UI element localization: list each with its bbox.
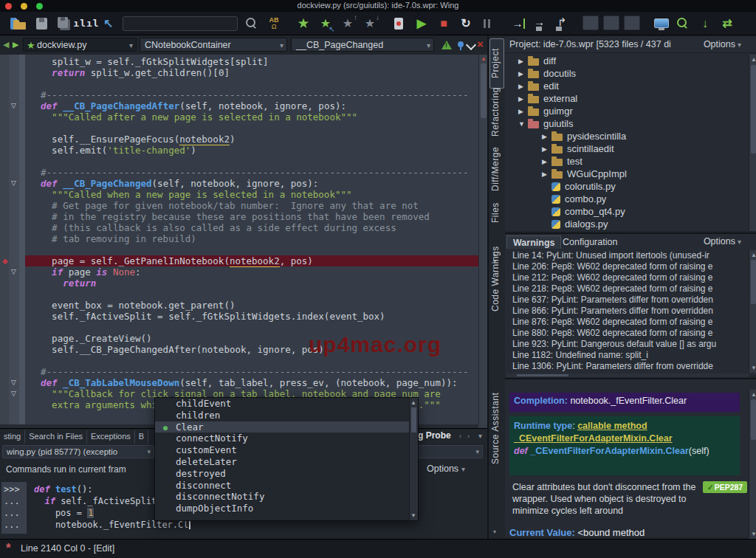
bookmark-select-icon[interactable] xyxy=(317,16,334,32)
warning-item[interactable]: Line 218: Pep8: W602 deprecated form of … xyxy=(506,283,749,294)
warning-item[interactable]: Line 866: PyLint: Parameters differ from… xyxy=(506,306,749,317)
code-line[interactable]: return split_w.get_children()[0] xyxy=(25,67,478,78)
collapsed-arrow-icon[interactable]: ▶ xyxy=(518,58,528,65)
completion-item[interactable]: children xyxy=(155,410,418,421)
chevron-down-icon[interactable] xyxy=(478,432,482,440)
process-combo[interactable]: wing.py (pid 85777) (exceptio xyxy=(2,445,154,458)
tree-item[interactable]: colorutils.py xyxy=(505,180,749,193)
tab-scroll-right-icon[interactable]: › xyxy=(467,433,470,440)
code-line[interactable] xyxy=(25,78,478,89)
bookmark-prev-icon[interactable] xyxy=(339,16,357,32)
scrollbar-thumb[interactable] xyxy=(481,63,487,118)
code-line[interactable]: # Get page for given notebook/tab number… xyxy=(25,200,478,211)
shell-line[interactable]: ... if self._fActiveSplit xyxy=(1,495,157,507)
code-line[interactable]: ◆ page = self._GetPanelInNotebook(notebo… xyxy=(25,255,478,266)
update-button[interactable]: ↓ xyxy=(696,16,714,32)
code-line[interactable] xyxy=(25,156,478,167)
breakpoint-icon[interactable]: ◆ xyxy=(2,256,8,266)
code-editor[interactable]: split_w = self._fGtkSplitWidgets[split] … xyxy=(0,55,487,428)
tree-item[interactable]: combo.py xyxy=(505,193,749,205)
scroll-down-icon[interactable] xyxy=(751,365,756,371)
tab-files[interactable]: Files xyxy=(490,198,503,227)
fold-icon[interactable]: ▽ xyxy=(11,179,16,188)
search-code-icon[interactable] xyxy=(674,16,692,32)
shell-line[interactable]: >>>def test(): xyxy=(1,483,93,495)
fold-icon[interactable]: ▽ xyxy=(11,389,16,399)
tree-item[interactable]: ▶edit xyxy=(505,80,749,92)
code-line[interactable] xyxy=(25,123,478,134)
tab-search-in-files[interactable]: Search in Files xyxy=(25,430,87,444)
completion-item[interactable]: disconnect xyxy=(155,480,418,492)
collapsed-arrow-icon[interactable]: ▶ xyxy=(542,158,551,165)
code-line[interactable]: self.__EnsurePageFocus(notebook2) xyxy=(25,134,478,145)
warning-item[interactable]: Line 637: PyLint: Parameters differ from… xyxy=(506,294,749,306)
scrollbar-thumb[interactable] xyxy=(411,407,416,433)
editor-vertical-scrollbar[interactable] xyxy=(478,55,487,424)
shell-line[interactable]: ... pos = 1 xyxy=(1,507,94,519)
scroll-down-icon[interactable] xyxy=(410,512,416,519)
code-line[interactable]: #---------------------------------------… xyxy=(25,89,478,100)
warning-item[interactable]: Line 206: Pep8: W602 deprecated form of … xyxy=(506,261,749,272)
bookmark-add-icon[interactable]: ★ xyxy=(295,16,312,32)
collapsed-arrow-icon[interactable]: ▶ xyxy=(542,145,551,153)
open-folder-icon[interactable] xyxy=(11,16,29,32)
warnings-scrollbar[interactable] xyxy=(749,250,756,373)
tree-item[interactable]: ▶external xyxy=(505,92,749,105)
tab-warnings[interactable]: Warnings xyxy=(506,235,561,249)
scroll-up-icon[interactable] xyxy=(410,399,416,406)
breakpoint-file-icon[interactable] xyxy=(391,16,408,32)
code-line[interactable]: self._fActiveSplit = self._fGtkSplitWidg… xyxy=(25,311,478,322)
code-line[interactable]: """Called after a new page is selected i… xyxy=(25,111,478,123)
assistant-scrollbar[interactable] xyxy=(749,390,756,539)
scroll-up-icon[interactable] xyxy=(751,56,756,63)
collapsed-arrow-icon[interactable]: ▶ xyxy=(518,83,528,90)
code-line[interactable]: # in the registry because these are posi… xyxy=(25,211,478,222)
code-line[interactable]: #---------------------------------------… xyxy=(25,366,478,377)
code-line[interactable]: # (this callback is also called as a sid… xyxy=(25,222,478,233)
warning-item[interactable]: Line 880: Pep8: W602 deprecated form of … xyxy=(506,328,749,339)
tab-code-warnings[interactable]: Code Warnings xyxy=(490,244,503,314)
warnings-options-button[interactable]: Options xyxy=(704,236,741,247)
code-line[interactable]: #---------------------------------------… xyxy=(25,167,478,178)
step-over-button[interactable] xyxy=(531,16,549,32)
project-options-button[interactable]: Options xyxy=(704,39,741,49)
debug-io-button[interactable] xyxy=(652,16,670,32)
step-into-button[interactable] xyxy=(509,16,526,32)
scroll-down-icon[interactable] xyxy=(751,531,756,537)
warning-item[interactable]: Line 923: PyLint: Dangerous default valu… xyxy=(506,339,749,350)
fold-icon[interactable]: ▽ xyxy=(11,101,16,111)
code-line[interactable]: event_box = notebook.get_parent() xyxy=(25,300,478,311)
code-line[interactable] xyxy=(25,244,478,255)
save-icon[interactable] xyxy=(33,16,51,32)
tab-project[interactable]: Project xyxy=(489,38,504,89)
restart-button[interactable]: ↻ xyxy=(457,16,475,32)
frame-down-button[interactable] xyxy=(624,16,640,30)
collapsed-arrow-icon[interactable]: ▶ xyxy=(542,133,551,140)
indent-tools-icon[interactable] xyxy=(78,16,95,32)
select-arrow-icon[interactable]: ↖ xyxy=(100,16,117,32)
completion-item[interactable]: connectNotify xyxy=(155,433,418,444)
file-tab[interactable]: ★ dockview.py xyxy=(23,38,137,52)
search-icon[interactable] xyxy=(243,16,261,32)
class-combo[interactable]: CNotebookContainer xyxy=(140,38,287,52)
run-button[interactable]: ▶ xyxy=(413,16,430,32)
collapsed-arrow-icon[interactable]: ▶ xyxy=(518,70,528,78)
project-scrollbar[interactable] xyxy=(749,55,756,231)
tree-item[interactable]: ▶WGuiCppImpl xyxy=(505,168,749,180)
code-line[interactable]: return xyxy=(25,278,478,289)
scrollbar-thumb[interactable] xyxy=(751,65,756,154)
completion-item[interactable]: disconnectNotify xyxy=(155,491,418,503)
debug-marker-button[interactable] xyxy=(603,16,619,30)
code-line[interactable] xyxy=(25,289,478,300)
tab-b[interactable]: B xyxy=(135,430,148,444)
tab-strip-down-icon[interactable]: ▾ xyxy=(493,528,496,535)
code-line[interactable]: split_w = self._fGtkSplitWidgets[split] xyxy=(25,56,478,67)
sync-button[interactable]: ⇄ xyxy=(718,16,736,32)
pin-icon[interactable] xyxy=(458,41,464,47)
tree-item[interactable]: ▶pysidescintilla xyxy=(505,130,749,142)
runtime-type-link2[interactable]: _CEventFilterForAdapterMixin.Clear xyxy=(514,433,673,444)
tab-refactoring[interactable]: Refactoring xyxy=(490,84,503,140)
warning-item[interactable]: Line 212: Pep8: W602 deprecated form of … xyxy=(506,272,749,283)
fold-icon[interactable]: ▽ xyxy=(11,267,16,277)
tree-item[interactable]: ▶guimgr xyxy=(505,105,749,117)
